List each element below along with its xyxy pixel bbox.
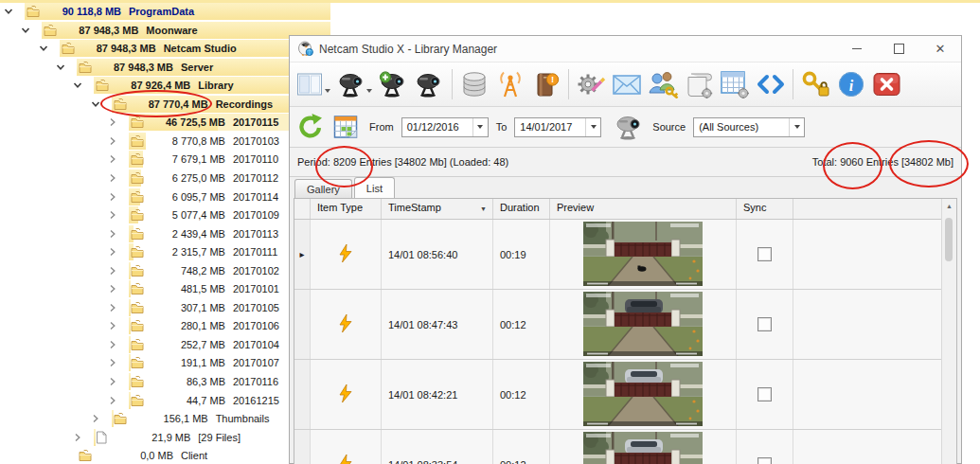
schedule-table-icon[interactable] <box>717 66 753 102</box>
svg-text:i: i <box>849 78 854 94</box>
from-date-dropdown-icon[interactable] <box>472 118 488 136</box>
column-header-duration[interactable]: Duration <box>493 199 550 219</box>
sync-checkbox[interactable] <box>757 387 772 402</box>
minimize-button[interactable] <box>836 37 878 62</box>
source-dropdown-icon[interactable] <box>789 118 804 136</box>
row-selector-cell[interactable] <box>294 360 311 429</box>
camera-view-dropdown-icon[interactable] <box>366 89 372 93</box>
chevron-right-icon[interactable] <box>108 192 117 202</box>
chevron-right-icon[interactable] <box>108 377 117 386</box>
table-row[interactable]: 14/01 08:33:5400:12 <box>294 430 956 464</box>
chevron-right-icon[interactable] <box>108 210 117 220</box>
camera-view-icon[interactable] <box>334 66 370 102</box>
column-header-sync[interactable]: Sync <box>737 199 793 219</box>
preview-cell[interactable] <box>550 430 737 464</box>
sync-cell <box>737 430 793 464</box>
exit-icon[interactable] <box>869 66 905 102</box>
email-icon[interactable] <box>609 66 645 102</box>
row-selector-cell[interactable] <box>294 430 311 464</box>
chevron-right-icon[interactable] <box>108 396 117 405</box>
tree-row-programdata[interactable]: 90 118,8 MBProgramData <box>0 3 341 21</box>
vertical-scrollbar[interactable]: ▲ <box>941 199 956 464</box>
users-access-icon[interactable] <box>645 66 681 102</box>
chevron-right-icon[interactable] <box>108 154 117 164</box>
chevron-down-icon[interactable] <box>21 26 30 35</box>
sync-checkbox[interactable] <box>757 457 772 464</box>
chevron-right-icon[interactable] <box>91 414 100 423</box>
column-header-item-type[interactable]: Item Type <box>311 199 382 219</box>
database-icon[interactable] <box>456 66 492 102</box>
broadcast-antenna-icon[interactable] <box>492 66 528 102</box>
chevron-right-icon[interactable] <box>108 173 117 183</box>
chevron-right-icon[interactable] <box>108 284 117 294</box>
folder-name: Moonware <box>146 25 197 36</box>
chevron-right-icon[interactable] <box>108 358 117 367</box>
to-date-combobox[interactable]: 14/01/2017 <box>514 117 601 137</box>
sync-checkbox[interactable] <box>757 247 772 261</box>
sync-checkbox[interactable] <box>757 317 772 331</box>
from-date-combobox[interactable]: 01/12/2016 <box>401 117 489 137</box>
preview-cell[interactable] <box>550 220 737 289</box>
chevron-right-icon[interactable] <box>108 247 117 257</box>
folder-name: 20170115 <box>233 116 278 128</box>
scroll-up-icon[interactable]: ▲ <box>942 199 956 213</box>
license-key-icon[interactable] <box>797 66 833 102</box>
preview-cell[interactable] <box>550 360 737 429</box>
sort-filter-icon[interactable]: ▼ <box>480 205 487 212</box>
to-date-dropdown-icon[interactable] <box>585 118 600 136</box>
add-camera-icon[interactable] <box>376 66 412 102</box>
toolbar-separator <box>568 69 569 99</box>
chevron-down-icon[interactable] <box>56 62 65 72</box>
settings-gear-icon[interactable] <box>573 66 609 102</box>
table-row[interactable]: ▸14/01 08:56:4000:19 <box>294 220 956 290</box>
app-logo-icon <box>297 40 313 58</box>
scrollbar-thumb[interactable] <box>945 218 953 261</box>
chevron-right-icon[interactable] <box>108 303 117 312</box>
close-button[interactable]: ✕ <box>919 37 961 62</box>
to-label: To <box>496 121 508 133</box>
tab-gallery[interactable]: Gallery <box>294 179 352 198</box>
chevron-right-icon[interactable] <box>108 229 117 239</box>
folder-name: Netcam Studio <box>164 43 237 54</box>
row-selector-cell[interactable]: ▸ <box>294 220 311 289</box>
folder-name: 20170106 <box>233 320 279 331</box>
maximize-button[interactable] <box>878 37 919 62</box>
chevron-right-icon[interactable] <box>108 136 117 146</box>
source-combobox[interactable]: (All Sources) <box>693 117 805 137</box>
chevron-right-icon[interactable] <box>108 321 117 330</box>
folder-size: 86,3 MB <box>144 376 225 387</box>
table-row[interactable]: 14/01 08:47:4300:12 <box>294 290 956 360</box>
preview-thumbnail[interactable] <box>583 222 703 288</box>
chevron-down-icon[interactable] <box>4 7 13 16</box>
chevron-right-icon[interactable] <box>108 340 117 349</box>
row-selector-cell[interactable] <box>294 290 311 359</box>
column-header-timestamp[interactable]: TimeStamp▼ <box>382 199 493 219</box>
calendar-button[interactable] <box>331 112 362 142</box>
table-row[interactable]: 14/01 08:42:2100:12 <box>294 360 956 430</box>
event-log-icon[interactable]: ! <box>528 66 564 102</box>
chevron-right-icon[interactable] <box>108 266 117 276</box>
refresh-button[interactable] <box>295 112 326 142</box>
chevron-right-icon[interactable] <box>73 433 82 442</box>
chevron-down-icon[interactable] <box>39 44 48 53</box>
tab-list[interactable]: List <box>354 177 395 198</box>
scripts-scroll-icon[interactable] <box>681 66 717 102</box>
remove-camera-icon[interactable] <box>412 66 448 102</box>
toolbar-separator <box>452 69 453 99</box>
split-view-dropdown-icon[interactable] <box>325 89 330 93</box>
preview-thumbnail[interactable] <box>583 292 703 358</box>
preview-thumbnail[interactable] <box>583 362 703 428</box>
source-code-icon[interactable] <box>753 66 789 102</box>
preview-thumbnail[interactable] <box>583 432 703 464</box>
about-info-icon[interactable]: i <box>833 66 869 102</box>
folder-size: 481,5 MB <box>144 283 225 294</box>
chevron-right-icon[interactable] <box>108 117 117 127</box>
folder-icon <box>131 152 144 167</box>
chevron-down-icon[interactable] <box>73 80 82 90</box>
folder-name: 20170110 <box>233 153 278 165</box>
split-view-icon[interactable] <box>293 66 329 102</box>
column-header-preview[interactable]: Preview <box>550 199 737 219</box>
filler-cell <box>793 360 942 429</box>
preview-cell[interactable] <box>550 290 737 359</box>
chevron-down-icon[interactable] <box>91 99 100 109</box>
